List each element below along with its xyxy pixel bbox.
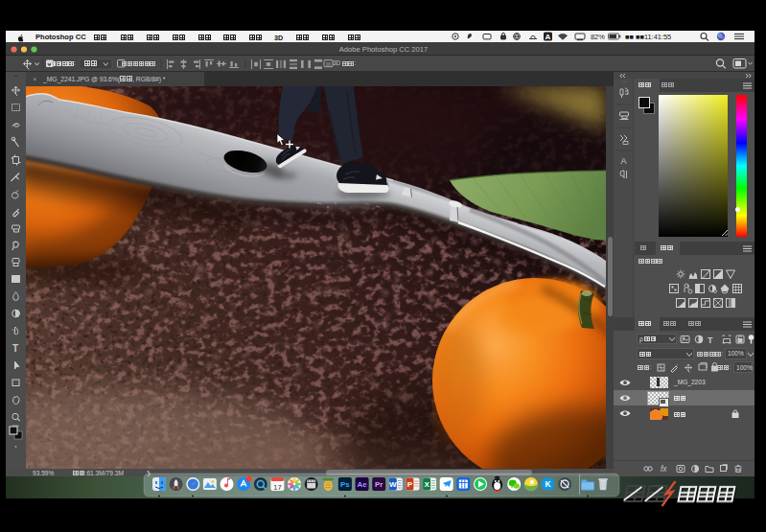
svg-text:T: T bbox=[12, 343, 18, 354]
svg-text:T: T bbox=[708, 335, 713, 344]
svg-text:fx: fx bbox=[661, 464, 667, 474]
svg-text:■■ ■■11:41:55: ■■ ■■11:41:55 bbox=[625, 33, 671, 41]
svg-text:Ae: Ae bbox=[357, 480, 367, 489]
svg-text:K: K bbox=[545, 479, 551, 489]
svg-text:Ps: Ps bbox=[340, 480, 350, 489]
svg-text:82%: 82% bbox=[591, 33, 605, 41]
svg-text:A: A bbox=[621, 156, 627, 166]
svg-text:A: A bbox=[545, 33, 551, 41]
svg-text:X: X bbox=[424, 480, 429, 489]
svg-text:P: P bbox=[407, 480, 413, 489]
svg-text:17: 17 bbox=[273, 483, 281, 492]
svg-text:Pr: Pr bbox=[375, 480, 383, 489]
svg-text:W: W bbox=[389, 480, 397, 489]
